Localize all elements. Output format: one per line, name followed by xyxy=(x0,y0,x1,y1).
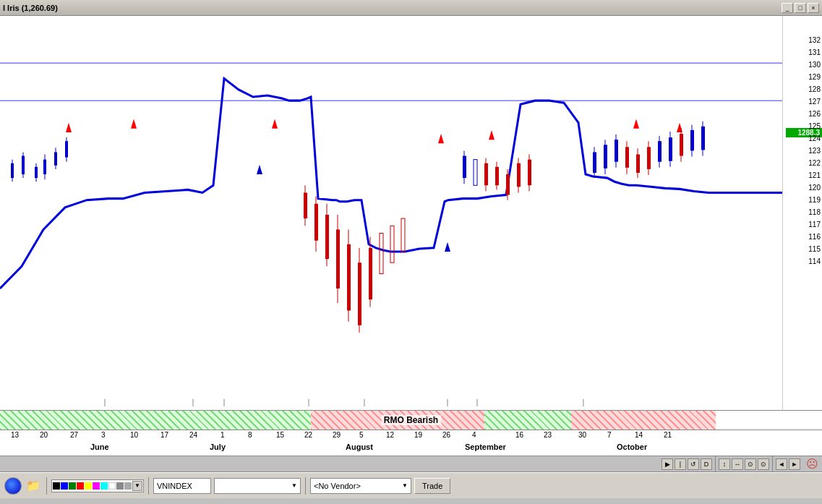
rmo-strip: RMO Bearish xyxy=(0,410,822,430)
date-axis: 13 20 27 3 10 17 24 1 8 15 22 29 5 12 19… xyxy=(0,430,822,456)
toolbar-sep1 xyxy=(46,477,47,495)
price-126: 126 xyxy=(808,110,821,118)
price-131: 131 xyxy=(808,48,821,56)
nav-pipe-button[interactable]: | xyxy=(675,458,686,470)
date-30: 30 xyxy=(578,431,586,439)
date-15: 15 xyxy=(276,431,284,439)
color-blue[interactable] xyxy=(61,482,68,490)
nav-d-button[interactable]: D xyxy=(701,458,712,470)
month-october: October xyxy=(617,443,647,451)
color-black[interactable] xyxy=(53,482,60,490)
month-june: June xyxy=(90,443,109,451)
separator xyxy=(715,456,716,473)
vendor-dropdown-arrow: ▼ xyxy=(402,482,408,489)
folder-icon[interactable]: 📁 xyxy=(25,477,42,495)
trade-button[interactable]: Trade xyxy=(414,478,450,494)
chart-area[interactable] xyxy=(0,16,782,410)
color-magenta[interactable] xyxy=(93,482,100,490)
separator2 xyxy=(772,456,773,473)
price-120: 120 xyxy=(808,184,821,192)
symbol-value: VNINDEX xyxy=(157,482,192,490)
date-3: 3 xyxy=(101,431,106,439)
date-19: 19 xyxy=(414,431,422,439)
minimize-button[interactable]: _ xyxy=(782,3,793,13)
nav-prev-button[interactable]: ◄ xyxy=(776,458,787,470)
svg-rect-0 xyxy=(0,16,782,410)
price-125: 125 xyxy=(808,122,821,130)
toolbar-sep2 xyxy=(148,477,149,495)
price-128: 128 xyxy=(808,85,821,93)
date-5: 5 xyxy=(359,431,364,439)
bottom-section: RMO Bearish 13 20 27 3 10 17 24 1 8 15 2… xyxy=(0,410,822,504)
price-123: 123 xyxy=(808,147,821,155)
nav-zoom-out-button[interactable]: ⊙ xyxy=(745,458,756,470)
color-palette: ▼ xyxy=(51,479,144,492)
color-yellow[interactable] xyxy=(85,482,92,490)
restore-button[interactable]: □ xyxy=(795,3,806,13)
symbol-dropdown-arrow: ▼ xyxy=(291,482,297,489)
window-title: I Iris (1,260.69) xyxy=(3,4,782,12)
close-button[interactable]: × xyxy=(808,3,819,13)
nav-zoom-in-button[interactable]: ⊙ xyxy=(758,458,769,470)
title-buttons: _ □ × xyxy=(782,3,819,13)
month-august: August xyxy=(346,443,373,451)
date-17: 17 xyxy=(160,431,168,439)
nav-next-button[interactable]: ► xyxy=(789,458,800,470)
date-12: 12 xyxy=(386,431,394,439)
date-20: 20 xyxy=(40,431,48,439)
date-22: 22 xyxy=(304,431,312,439)
vendor-value: <No Vendor> xyxy=(314,482,402,490)
color-white[interactable] xyxy=(108,482,116,490)
title-bar: I Iris (1,260.69) _ □ × xyxy=(0,0,822,16)
date-21: 21 xyxy=(664,431,672,439)
color-dropdown-btn[interactable]: ▼ xyxy=(132,481,142,491)
smiley-button[interactable]: ☹ xyxy=(805,457,819,471)
rmo-green-1 xyxy=(0,411,311,430)
rmo-green-2 xyxy=(484,411,571,430)
toolbar-sep3 xyxy=(305,477,306,495)
color-green[interactable] xyxy=(69,482,76,490)
price-130: 130 xyxy=(808,61,821,69)
date-4: 4 xyxy=(472,431,476,439)
price-119: 119 xyxy=(808,196,821,204)
date-26: 26 xyxy=(442,431,450,439)
color-gray1[interactable] xyxy=(116,482,124,490)
vendor-dropdown[interactable]: <No Vendor> ▼ xyxy=(310,478,411,494)
nav-play-button[interactable]: ▶ xyxy=(662,458,673,470)
window-container: I Iris (1,260.69) _ □ × xyxy=(0,0,822,504)
color-red[interactable] xyxy=(77,482,84,490)
month-september: September xyxy=(465,443,506,451)
date-7: 7 xyxy=(607,431,612,439)
color-cyan[interactable] xyxy=(100,482,108,490)
date-16: 16 xyxy=(515,431,523,439)
price-122: 122 xyxy=(808,159,821,167)
color-gray2[interactable] xyxy=(124,482,132,490)
symbol-input[interactable]: VNINDEX xyxy=(153,478,211,494)
price-axis: 1288.3 132 131 130 129 128 127 126 125 1… xyxy=(782,16,822,410)
price-115: 115 xyxy=(808,245,821,253)
nav-leftright-button[interactable]: ↔ xyxy=(732,458,743,470)
date-8: 8 xyxy=(248,431,252,439)
price-116: 116 xyxy=(808,233,821,241)
symbol-dropdown[interactable]: ▼ xyxy=(214,478,301,494)
price-118: 118 xyxy=(808,208,821,216)
toolbar: 📁 ▼ VNINDEX xyxy=(0,472,822,498)
date-23: 23 xyxy=(544,431,552,439)
price-117: 117 xyxy=(808,221,821,228)
browser-icon[interactable] xyxy=(4,477,22,495)
rmo-red-2 xyxy=(571,411,716,430)
main-content: 1288.3 132 131 130 129 128 127 126 125 1… xyxy=(0,16,822,410)
nav-refresh-button[interactable]: ↺ xyxy=(688,458,699,470)
price-124: 124 xyxy=(808,134,821,142)
price-121: 121 xyxy=(808,171,821,179)
date-27: 27 xyxy=(70,431,78,439)
chart-svg xyxy=(0,16,782,410)
price-129: 129 xyxy=(808,73,821,81)
month-july: July xyxy=(210,443,226,451)
date-10: 10 xyxy=(130,431,138,439)
rmo-label: RMO Bearish xyxy=(381,415,441,425)
date-14: 14 xyxy=(635,431,643,439)
nav-bar: ▶ | ↺ D ↕ ↔ ⊙ ⊙ ◄ ► ☹ xyxy=(0,456,822,472)
nav-updown-button[interactable]: ↕ xyxy=(719,458,730,470)
price-132: 132 xyxy=(808,36,821,44)
